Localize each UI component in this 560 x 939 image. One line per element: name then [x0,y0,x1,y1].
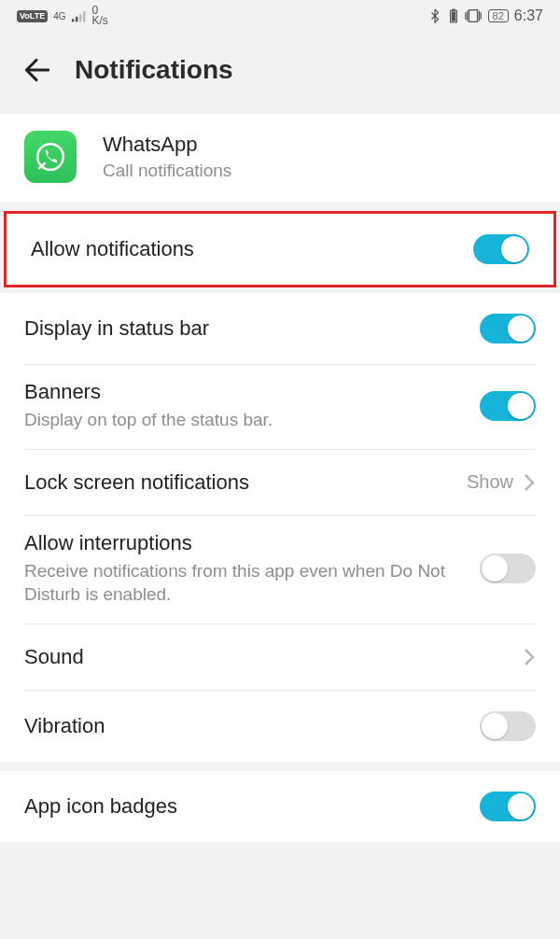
allow-notifications-label: Allow notifications [31,237,473,261]
network-indicator: 4G [53,11,65,21]
battery-percent: 82 [488,9,509,22]
battery-icon [449,8,458,23]
app-icon-badges-label: App icon badges [24,794,480,819]
lock-screen-value: Show [467,471,513,493]
back-icon[interactable] [21,54,52,86]
signal-icon [72,9,87,22]
clock: 6:37 [514,7,543,24]
vibration-row[interactable]: Vibration [0,691,560,762]
bluetooth-icon [427,8,443,23]
banners-sub: Display on top of the status bar. [24,408,480,432]
allow-interruptions-row[interactable]: Allow interruptions Receive notification… [0,516,560,624]
display-status-bar-label: Display in status bar [24,316,480,341]
vibration-toggle[interactable] [480,711,536,741]
allow-notifications-highlight: Allow notifications [4,211,556,287]
lock-screen-row[interactable]: Lock screen notifications Show [0,450,560,515]
display-status-bar-toggle[interactable] [480,314,536,343]
volte-badge: VoLTE [17,10,48,22]
app-name: WhatsApp [103,133,231,157]
allow-notifications-toggle[interactable] [473,234,529,264]
app-icon-badges-row[interactable]: App icon badges [0,771,560,842]
notification-options-section: Display in status bar Banners Display on… [0,293,560,762]
app-channel: Call notifications [103,161,231,181]
vibration-label: Vibration [24,714,480,738]
status-left: VoLTE 4G 0 K/s [17,6,108,26]
display-status-bar-row[interactable]: Display in status bar [0,293,560,364]
banners-label: Banners [24,380,480,404]
app-icon-badges-toggle[interactable] [480,792,536,821]
banners-row[interactable]: Banners Display on top of the status bar… [0,365,560,449]
allow-interruptions-sub: Receive notifications from this app even… [24,559,480,607]
svg-rect-6 [451,11,455,21]
svg-rect-2 [79,14,81,21]
allow-interruptions-toggle[interactable] [480,554,536,583]
allow-notifications-row[interactable]: Allow notifications [7,214,553,285]
status-bar: VoLTE 4G 0 K/s 82 6:37 [0,0,560,32]
svg-rect-1 [76,17,77,22]
chevron-right-icon [523,472,536,493]
sound-label: Sound [24,645,523,669]
svg-rect-3 [83,11,85,21]
badges-section: App icon badges [0,771,560,842]
whatsapp-icon [24,131,77,183]
chevron-right-icon [523,647,536,667]
app-bar: Notifications [0,32,560,114]
allow-interruptions-label: Allow interruptions [24,531,480,555]
svg-rect-5 [452,9,455,11]
status-right: 82 6:37 [427,7,543,24]
data-speed: 0 K/s [92,6,108,26]
sound-row[interactable]: Sound [0,624,560,690]
svg-rect-0 [72,19,74,21]
page-title: Notifications [75,55,233,85]
banners-toggle[interactable] [480,391,536,421]
lock-screen-label: Lock screen notifications [24,470,467,495]
app-header: WhatsApp Call notifications [0,114,560,202]
svg-rect-7 [469,10,477,22]
vibrate-icon [464,7,483,24]
